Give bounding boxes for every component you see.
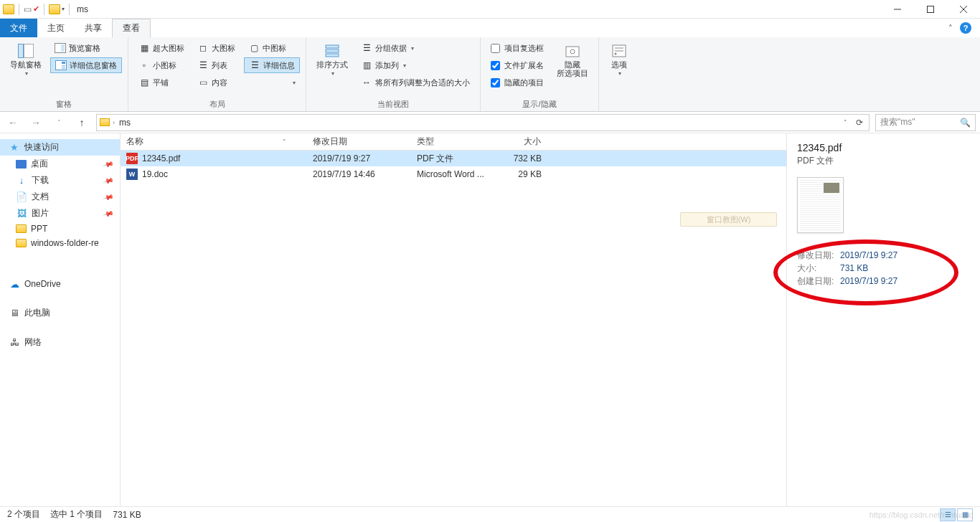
details-pane-label: 详细信息窗格	[70, 60, 117, 71]
sidebar-item-pictures[interactable]: 🖼图片📌	[0, 205, 120, 222]
property-label: 修改日期:	[797, 249, 840, 262]
file-size: 732 KB	[494, 153, 547, 163]
col-name[interactable]: 名称˄	[121, 136, 307, 148]
view-md-icons[interactable]: ▢中图标	[244, 40, 300, 56]
file-type: Microsoft Word ...	[411, 169, 494, 179]
group-by-button[interactable]: ☰分组依据▾	[357, 40, 474, 56]
picture-icon: 🖼	[16, 208, 27, 219]
svg-rect-7	[61, 44, 65, 52]
view-list[interactable]: ☰列表	[193, 57, 240, 73]
sidebar-item-wfr[interactable]: windows-folder-re	[0, 236, 120, 250]
sidebar-item-downloads[interactable]: ↓下载📌	[0, 172, 120, 189]
title-bar: ▭ ✔ ▾ ms	[0, 0, 980, 19]
col-date[interactable]: 修改日期	[307, 136, 411, 148]
breadcrumb[interactable]: › ms ˅ ⟳	[96, 114, 870, 131]
ribbon-group-layout: ▦超大图标 ▫小图标 ▤平铺 ◻大图标 ☰列表 ▭内容 ▢中图标 ☰详细信息 ▾…	[128, 37, 306, 111]
ribbon-tabs: 文件 主页 共享 查看 ˄ ?	[0, 19, 980, 37]
svg-rect-15	[566, 47, 579, 57]
table-row[interactable]: PDF12345.pdf2019/7/19 9:27PDF 文件732 KB	[121, 151, 786, 166]
item-checkboxes-toggle[interactable]: 项目复选框	[486, 40, 548, 56]
svg-rect-14	[326, 54, 339, 57]
qat-props-icon[interactable]: ▭	[24, 4, 32, 14]
tab-view[interactable]: 查看	[112, 19, 151, 37]
search-placeholder: 搜索"ms"	[880, 116, 915, 128]
watermark: https://blog.csdn.net/runtuabc	[870, 511, 973, 519]
property-row: 创建日期:2019/7/19 9:27	[797, 275, 970, 288]
sidebar-item-thispc[interactable]: 🖥此电脑	[0, 305, 120, 321]
cloud-icon: ☁	[9, 278, 20, 290]
hide-icon	[564, 43, 581, 59]
close-button[interactable]	[947, 0, 980, 19]
file-size: 29 KB	[494, 169, 547, 179]
sidebar-item-onedrive[interactable]: ☁OneDrive	[0, 276, 120, 292]
sidebar-item-documents[interactable]: 📄文档📌	[0, 189, 120, 205]
chevron-down-icon: ▾	[25, 70, 28, 77]
crumb-folder[interactable]: ms	[118, 118, 132, 128]
sidebar-item-quick-access[interactable]: ★快速访问	[0, 139, 120, 156]
folder-icon	[100, 118, 110, 126]
svg-rect-1	[928, 6, 934, 12]
hide-selected-button[interactable]: 隐藏 所选项目	[552, 40, 593, 80]
preview-pane-label: 预览窗格	[69, 43, 100, 54]
network-icon: 🖧	[9, 337, 20, 348]
sort-button[interactable]: 排序方式 ▾	[312, 40, 352, 80]
pdf-icon: PDF	[126, 153, 138, 164]
view-lg-icons[interactable]: ◻大图标	[193, 40, 240, 56]
col-type[interactable]: 类型	[411, 136, 494, 148]
options-button[interactable]: 选项 ▾	[605, 40, 633, 80]
hidden-items-toggle[interactable]: 隐藏的项目	[486, 75, 548, 90]
property-label: 创建日期:	[797, 275, 840, 288]
search-icon: 🔍	[960, 118, 971, 128]
view-sm-icons[interactable]: ▫小图标	[134, 57, 189, 73]
navigation-pane-button[interactable]: 导航窗格 ▾	[6, 40, 46, 80]
fit-columns-button[interactable]: ↔将所有列调整为合适的大小	[357, 75, 474, 90]
search-input[interactable]: 搜索"ms" 🔍	[875, 114, 976, 131]
add-columns-button[interactable]: ▥添加列▾	[357, 57, 474, 73]
main-area: ★快速访问 桌面📌 ↓下载📌 📄文档📌 🖼图片📌 PPT windows-fol…	[0, 133, 980, 506]
preview-pane-button[interactable]: 预览窗格	[50, 40, 122, 56]
view-details[interactable]: ☰详细信息	[244, 57, 300, 73]
tab-share[interactable]: 共享	[75, 19, 112, 37]
group-label: 窗格	[6, 98, 122, 110]
back-button[interactable]: ←	[4, 114, 22, 131]
group-label: 显示/隐藏	[486, 98, 593, 110]
col-size[interactable]: 大小	[494, 136, 547, 148]
tab-home[interactable]: 主页	[37, 19, 75, 37]
up-button[interactable]: ↑	[73, 114, 90, 131]
window-controls	[881, 0, 980, 19]
layout-more[interactable]: ▾	[244, 75, 300, 90]
cols-icon: ▥	[361, 60, 372, 71]
pin-icon: 📌	[103, 158, 114, 170]
pc-icon: 🖥	[9, 308, 20, 319]
file-ext-toggle[interactable]: 文件扩展名	[486, 57, 548, 73]
address-dropdown-icon[interactable]: ˅	[841, 119, 850, 126]
group-label: 当前视图	[312, 98, 474, 110]
address-bar: ← → ˅ ↑ › ms ˅ ⟳ 搜索"ms" 🔍	[0, 112, 980, 133]
forward-button[interactable]: →	[27, 114, 44, 131]
svg-rect-4	[19, 44, 24, 58]
table-row[interactable]: W19.doc2019/7/19 14:46Microsoft Word ...…	[121, 166, 786, 182]
sidebar-item-ppt[interactable]: PPT	[0, 222, 120, 236]
sidebar-item-network[interactable]: 🖧网络	[0, 334, 120, 351]
sidebar-item-desktop[interactable]: 桌面📌	[0, 156, 120, 172]
recent-dropdown[interactable]: ˅	[50, 114, 67, 131]
separator	[69, 4, 70, 15]
view-xl-icons[interactable]: ▦超大图标	[134, 40, 189, 56]
options-label: 选项	[611, 60, 627, 69]
view-tiles[interactable]: ▤平铺	[134, 75, 189, 90]
chevron-down-icon: ▾	[618, 70, 621, 77]
minimize-button[interactable]	[881, 0, 914, 19]
pin-icon: 📌	[103, 208, 114, 219]
tab-file[interactable]: 文件	[0, 19, 37, 37]
details-pane-button[interactable]: 详细信息窗格	[50, 57, 122, 73]
qat-dropdown-icon[interactable]: ▾	[62, 6, 65, 12]
maximize-button[interactable]	[914, 0, 947, 19]
qat-check-icon[interactable]: ✔	[33, 4, 39, 14]
refresh-button[interactable]: ⟳	[853, 118, 866, 128]
help-icon[interactable]: ?	[960, 22, 971, 34]
status-size: 731 KB	[113, 510, 141, 520]
view-content[interactable]: ▭内容	[193, 75, 240, 90]
status-bar: 2 个项目 选中 1 个项目 731 KB ☰ ▦	[0, 506, 980, 522]
collapse-ribbon-icon[interactable]: ˄	[948, 24, 953, 33]
file-date: 2019/7/19 14:46	[307, 169, 411, 179]
